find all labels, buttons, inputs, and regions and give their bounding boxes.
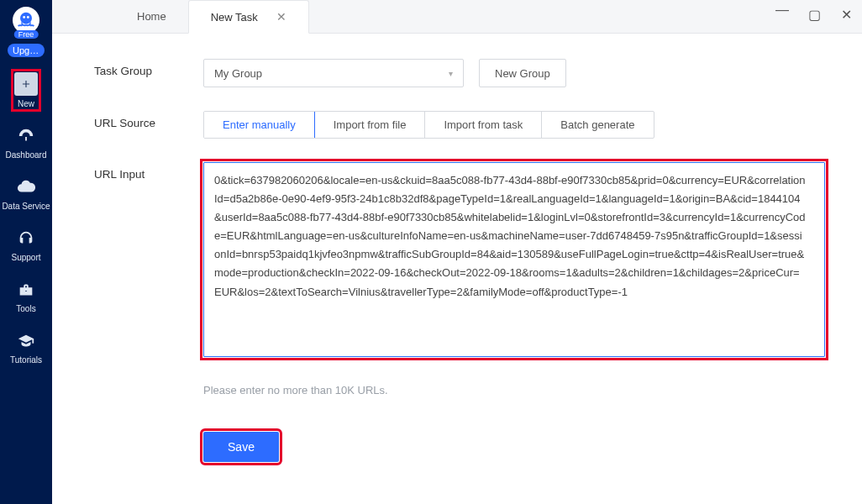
button-label: Save	[228, 440, 255, 454]
window-controls: — ▢ ✕	[775, 7, 854, 23]
avatar[interactable]: Free	[13, 7, 39, 34]
tab-label: Home	[137, 10, 166, 23]
sidebar-item-tutorials[interactable]: Tutorials	[10, 330, 42, 365]
url-source-enter-manually[interactable]: Enter manually	[203, 111, 315, 139]
url-input-label: URL Input	[94, 162, 203, 462]
url-source-import-file[interactable]: Import from file	[314, 112, 425, 138]
content: Task Group My Group ▾ New Group URL Sour…	[52, 34, 862, 504]
cloud-check-icon	[15, 176, 37, 198]
upgrade-button[interactable]: Upg…	[8, 44, 45, 57]
headset-icon	[15, 228, 37, 249]
sidebar: Free Upg… New Dashboard Data Service Sup…	[0, 0, 52, 504]
dashboard-icon	[15, 125, 37, 147]
sidebar-item-new[interactable]: New	[14, 72, 38, 108]
select-value: My Group	[214, 67, 262, 80]
url-source-label: URL Source	[94, 111, 203, 139]
svg-point-0	[20, 13, 32, 24]
tab-new-task[interactable]: New Task ✕	[188, 0, 309, 34]
sidebar-item-label: Support	[11, 253, 40, 262]
button-label: New Group	[495, 67, 550, 80]
svg-point-2	[27, 16, 29, 18]
sidebar-item-data-service[interactable]: Data Service	[2, 176, 50, 211]
url-input-textarea[interactable]: 0&tick=637982060206&locale=en-us&ckuid=8…	[203, 162, 825, 357]
task-group-label: Task Group	[94, 59, 203, 87]
url-source-segmented: Enter manually Import from file Import f…	[203, 111, 654, 139]
window-maximize[interactable]: ▢	[807, 7, 822, 23]
task-group-select[interactable]: My Group ▾	[203, 59, 464, 87]
url-source-batch-generate[interactable]: Batch generate	[541, 112, 653, 138]
sidebar-item-label: Tools	[16, 304, 35, 313]
sidebar-item-dashboard[interactable]: Dashboard	[6, 125, 47, 160]
chevron-down-icon: ▾	[449, 69, 453, 78]
plan-badge: Free	[14, 30, 39, 39]
plus-square-icon	[14, 72, 38, 96]
new-group-button[interactable]: New Group	[479, 59, 566, 87]
sidebar-item-tools[interactable]: Tools	[15, 279, 37, 313]
url-input-wrap: 0&tick=637982060206&locale=en-us&ckuid=8…	[203, 162, 825, 357]
tab-bar: Home New Task ✕	[52, 0, 862, 34]
sidebar-item-label: Data Service	[2, 202, 50, 211]
main: — ▢ ✕ Home New Task ✕ Task Group My Grou…	[52, 0, 862, 504]
sidebar-item-label: New	[18, 99, 34, 108]
window-minimize[interactable]: —	[775, 3, 790, 18]
svg-point-1	[23, 16, 25, 18]
save-button[interactable]: Save	[203, 432, 279, 462]
sidebar-item-label: Tutorials	[10, 355, 42, 365]
tab-label: New Task	[211, 11, 258, 24]
url-input-hint: Please enter no more than 10K URLs.	[203, 384, 388, 396]
tab-home[interactable]: Home	[115, 0, 188, 33]
sidebar-item-support[interactable]: Support	[11, 228, 40, 262]
toolbox-icon	[15, 279, 37, 301]
close-icon[interactable]: ✕	[276, 10, 286, 24]
octopus-icon	[14, 8, 38, 32]
graduation-cap-icon	[15, 330, 37, 352]
url-source-import-task[interactable]: Import from task	[424, 112, 541, 138]
sidebar-item-label: Dashboard	[6, 150, 47, 160]
window-close[interactable]: ✕	[838, 7, 854, 23]
